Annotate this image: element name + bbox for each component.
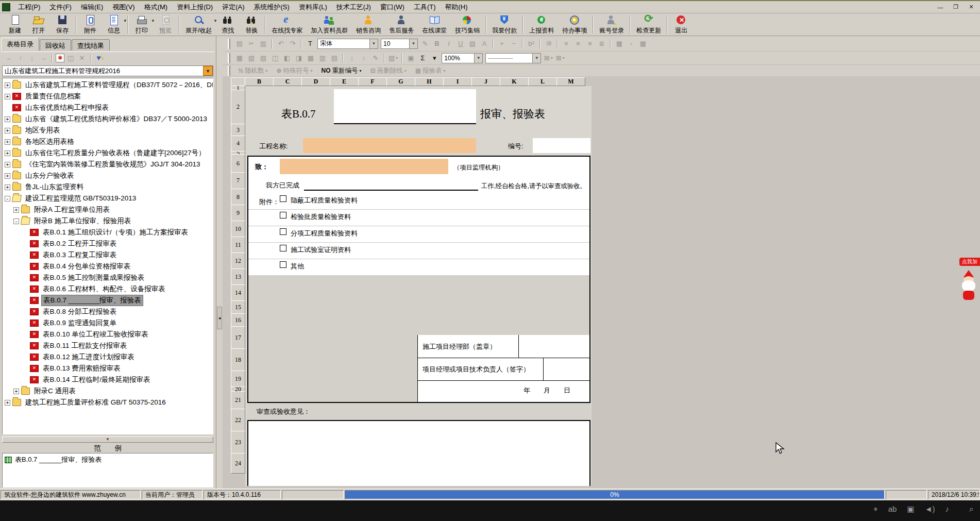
row-header[interactable]: 13 xyxy=(231,268,245,285)
tree-toggle-icon[interactable]: + xyxy=(5,150,10,156)
panel-collapse-button[interactable]: ◄ xyxy=(217,307,222,329)
restore-button[interactable]: ❐ xyxy=(950,3,961,11)
row-header[interactable]: 14 xyxy=(231,284,245,301)
delete-sheet-icon[interactable]: ✕ xyxy=(77,53,87,63)
tree-item[interactable]: 表B.0.13 费用索赔报审表 xyxy=(3,363,213,374)
select-all-corner[interactable] xyxy=(231,77,245,86)
promo-tag[interactable]: 点我加 xyxy=(959,258,980,266)
tree-item[interactable]: 表B.0.4 分包单位资格报审表 xyxy=(3,261,213,272)
row-header[interactable]: 3 xyxy=(231,124,245,136)
font-dialog-icon[interactable]: T xyxy=(305,38,316,49)
open-button[interactable]: 打开 ▾ xyxy=(27,13,50,36)
superscript-icon[interactable]: b²▾ xyxy=(526,38,537,49)
standard-select-combobox[interactable]: 山东省建筑工程施工资料管理规程2016 ▼ xyxy=(2,65,213,76)
number-field[interactable] xyxy=(533,138,590,153)
cell-icon[interactable]: ▫▾ xyxy=(626,38,637,49)
info-button[interactable]: 信息 ▾ xyxy=(102,13,126,36)
check-update-button[interactable]: 检查更新 ▾ xyxy=(632,13,665,36)
table-icon[interactable]: ▦▾ xyxy=(614,38,625,49)
grid-icon[interactable]: ▦▾ xyxy=(637,38,649,49)
copy-icon[interactable]: ▤▾ xyxy=(234,38,245,49)
tree-item[interactable]: + 山东省《建筑工程优质结构评价标准》DB37／T 5000-2013 xyxy=(3,113,213,125)
menu-system-maintenance[interactable]: 系统维护(S) xyxy=(249,1,294,13)
media-icon[interactable]: ♪ xyxy=(945,505,950,514)
row-header[interactable]: 18 xyxy=(231,348,245,371)
tree-item[interactable]: + 建筑工程施工质量评价标准 GB/T 50375-2016 xyxy=(3,397,213,408)
tree-item[interactable]: 表B.0.8 分部工程报验表 xyxy=(3,306,213,317)
column-header[interactable]: C xyxy=(273,77,302,86)
shrink-font-icon[interactable]: −▾ xyxy=(508,38,519,49)
exit-button[interactable]: 退出 ▾ xyxy=(669,13,693,36)
sum-icon[interactable]: Σ▾ xyxy=(417,53,428,63)
title-blank-field[interactable] xyxy=(334,89,476,124)
column-header[interactable]: D xyxy=(301,77,330,86)
new-button[interactable]: 新建 ▾ xyxy=(3,13,27,36)
row-header[interactable]: 2 xyxy=(231,90,245,124)
align-justify-icon[interactable]: ≣▾ xyxy=(596,38,607,49)
tree-toggle-icon[interactable]: + xyxy=(5,400,10,406)
project-name-field[interactable] xyxy=(303,138,476,153)
object-box-icon[interactable]: ⊠▾ xyxy=(543,53,554,63)
tree-item[interactable]: + 各地区选用表格 xyxy=(3,136,213,147)
row-header[interactable]: 21 xyxy=(231,391,245,409)
example-item[interactable]: 表B.0.7 ______报审、报验表 xyxy=(5,455,211,464)
tab-recycle-bin[interactable]: 回收站 xyxy=(40,39,71,51)
nav-up-icon[interactable]: ↑ xyxy=(15,53,26,63)
supervision-org-field[interactable] xyxy=(280,159,448,174)
numbering-icon[interactable]: ⑩▾ xyxy=(543,38,554,49)
delete-row-icon[interactable]: ▧▾ xyxy=(246,53,257,63)
row-header[interactable]: 16 xyxy=(231,313,245,327)
menu-edit[interactable]: 编辑(E) xyxy=(76,1,108,13)
align-left-icon[interactable]: ≡▾ xyxy=(561,38,572,49)
column-header[interactable]: F xyxy=(358,77,387,86)
tree-toggle-icon[interactable]: + xyxy=(5,94,10,99)
after-sales-button[interactable]: 售后服务 ▾ xyxy=(385,13,418,36)
combobox-arrow-icon[interactable]: ▼ xyxy=(532,54,540,63)
save-button[interactable]: 保存 ▾ xyxy=(50,13,74,36)
merge-left-icon[interactable]: ◧▾ xyxy=(281,53,293,63)
menu-data-report[interactable]: 资料上报(D) xyxy=(172,1,217,13)
tree-toggle-icon[interactable]: + xyxy=(5,116,10,122)
row-header[interactable]: 4 xyxy=(231,136,245,152)
image-box-icon[interactable]: ⊠▾ xyxy=(554,53,566,63)
align-right-icon[interactable]: ≡▾ xyxy=(584,38,596,49)
tree-item[interactable]: 表B.0.5 施工控制测量成果报验表 xyxy=(3,272,213,283)
tab-form-catalog[interactable]: 表格目录 xyxy=(1,38,39,51)
row-tools-icon[interactable]: ▥▾ xyxy=(317,53,328,63)
underline-icon[interactable]: U▾ xyxy=(455,38,466,49)
insert-row-icon[interactable]: ▦▾ xyxy=(234,53,245,63)
font-name-combobox[interactable]: 宋体▼ xyxy=(317,39,378,49)
row-header[interactable]: 8 xyxy=(231,189,245,205)
row-header[interactable]: 23 xyxy=(231,431,245,453)
paste-icon[interactable]: ▥▾ xyxy=(258,38,269,49)
filter-icon[interactable]: ▼ xyxy=(94,53,105,63)
tree-item[interactable]: + 山东分户验收表 xyxy=(3,170,213,181)
column-header[interactable]: K xyxy=(500,77,529,86)
nav-left-icon[interactable]: ← xyxy=(4,53,14,63)
font-size-combobox[interactable]: 10▼ xyxy=(381,39,418,49)
tree-toggle-icon[interactable]: + xyxy=(13,389,19,394)
tree-toggle-icon[interactable]: - xyxy=(5,196,10,201)
row-header[interactable]: 22 xyxy=(231,409,245,431)
random-number-button[interactable]: ½ 随机数 ▾ xyxy=(234,66,272,75)
print-button[interactable]: 打印 ▾ xyxy=(130,13,154,36)
tree-item[interactable]: + 质量责任信息档案 xyxy=(3,91,213,102)
language-bar-icon[interactable]: ab xyxy=(888,505,897,514)
tree-toggle-icon[interactable]: + xyxy=(5,162,10,167)
menu-library[interactable]: 资料库(L) xyxy=(294,1,332,13)
column-header[interactable]: H xyxy=(415,77,444,86)
tree-item[interactable]: + 山东省建筑工程施工资料管理规程（DB37/T 5072－2016、DB37/… xyxy=(3,79,213,91)
attachment-button[interactable]: 附件 ▾ xyxy=(78,13,102,36)
online-expert-button[interactable]: 在线找专家 ▾ xyxy=(267,13,307,36)
sum-dropdown-icon[interactable]: ▾▾ xyxy=(429,53,440,63)
row-header[interactable]: 12 xyxy=(231,253,245,269)
menu-project[interactable]: 工程(P) xyxy=(13,1,45,13)
align-center-icon[interactable]: ≡▾ xyxy=(572,38,584,49)
tree-item[interactable]: 表B.0.6 工程材料、构配件、设备报审表 xyxy=(3,283,213,295)
preview-button[interactable]: 预览 ▾ xyxy=(154,13,177,36)
line-spacing-icon[interactable]: ↕▾ xyxy=(358,53,369,63)
renumber-button[interactable]: NO 重新编号 ▾ xyxy=(317,66,366,75)
row-header[interactable]: 17 xyxy=(231,326,245,349)
inspection-form-button[interactable]: ▦ 报验表 ▾ xyxy=(411,66,450,75)
tree-item[interactable]: + 鲁JL-山东监理资料 xyxy=(3,181,213,193)
